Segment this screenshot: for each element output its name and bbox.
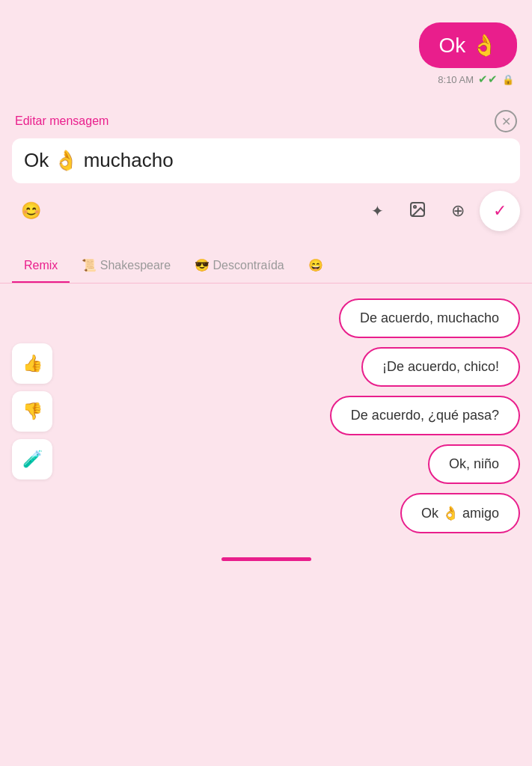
suggestion-text-4: Ok, niño — [449, 456, 499, 471]
edit-panel: Editar mensagem ✕ Ok 👌 muchacho 😊 ✦ — [0, 101, 532, 239]
thumbup-button[interactable]: 👍 — [12, 343, 52, 384]
remix-panel: Remix 📜 Shakespeare 😎 Descontraída 😄 👍 👎… — [0, 243, 532, 617]
tab-descontraida[interactable]: 😎 Descontraída — [183, 251, 296, 284]
bottom-bar — [0, 548, 532, 570]
tab-remix[interactable]: Remix — [12, 251, 70, 284]
lab-button[interactable]: 🧪 — [12, 439, 52, 479]
thumbup-icon: 👍 — [22, 354, 43, 373]
tab-shakespeare[interactable]: 📜 Shakespeare — [70, 251, 183, 284]
confirm-button[interactable]: ✓ — [480, 191, 520, 231]
suggestion-chip-5[interactable]: Ok 👌 amigo — [400, 493, 520, 533]
message-meta: 8:10 AM ✔✔ 🔒 — [438, 73, 514, 86]
emoji-icon: 😊 — [21, 201, 41, 221]
sparkle-icon: ✦ — [371, 202, 384, 220]
suggestions-area: 👍 👎 🧪 De acuerdo, muchacho ¡De acuerdo, … — [0, 284, 532, 548]
lock-icon: 🔒 — [502, 74, 514, 85]
suggestion-chip-2[interactable]: ¡De acuerdo, chico! — [361, 347, 520, 387]
thumbdown-button[interactable]: 👎 — [12, 391, 52, 432]
edit-input-container: Ok 👌 muchacho — [12, 138, 520, 183]
tab-remix-label: Remix — [24, 259, 58, 272]
read-receipt-icon: ✔✔ — [478, 73, 498, 86]
suggestion-chip-1[interactable]: De acuerdo, muchacho — [339, 298, 520, 338]
suggestions-list: De acuerdo, muchacho ¡De acuerdo, chico!… — [60, 298, 520, 533]
side-actions: 👍 👎 🧪 — [12, 343, 52, 533]
sent-message-text: Ok 👌 — [438, 34, 498, 57]
chat-area: Ok 👌 8:10 AM ✔✔ 🔒 — [0, 0, 532, 94]
add-button[interactable]: ⊕ — [439, 192, 477, 230]
emoji-button[interactable]: 😊 — [12, 192, 49, 230]
add-icon: ⊕ — [451, 201, 465, 221]
tabs-bar: Remix 📜 Shakespeare 😎 Descontraída 😄 — [0, 243, 532, 284]
svg-point-1 — [414, 206, 416, 208]
sparkle-button[interactable]: ✦ — [358, 192, 396, 230]
edit-label: Editar mensagem — [15, 114, 108, 128]
tab-more[interactable]: 😄 — [296, 251, 335, 284]
bottom-indicator — [221, 557, 311, 561]
thumbdown-icon: 👎 — [22, 402, 43, 421]
toolbar-right: ✦ ⊕ ✓ — [358, 191, 520, 231]
tab-more-label: 😄 — [308, 259, 323, 272]
suggestion-text-5: Ok 👌 amigo — [421, 506, 499, 521]
edit-input-text[interactable]: Ok 👌 muchacho — [24, 149, 174, 171]
suggestion-text-2: ¡De acuerdo, chico! — [382, 359, 499, 374]
suggestion-chip-4[interactable]: Ok, niño — [428, 444, 520, 484]
tab-descontraida-label: 😎 Descontraída — [195, 259, 284, 272]
image-button[interactable] — [399, 192, 436, 230]
close-edit-button[interactable]: ✕ — [495, 110, 517, 132]
sent-message-bubble: Ok 👌 — [419, 22, 517, 68]
image-icon — [409, 200, 426, 222]
suggestion-text-1: De acuerdo, muchacho — [360, 310, 499, 325]
close-icon: ✕ — [501, 114, 511, 129]
suggestion-text-3: De acuerdo, ¿qué pasa? — [351, 408, 499, 423]
message-time: 8:10 AM — [438, 74, 474, 85]
tab-shakespeare-label: 📜 Shakespeare — [82, 259, 171, 272]
suggestion-chip-3[interactable]: De acuerdo, ¿qué pasa? — [330, 396, 520, 435]
edit-toolbar: 😊 ✦ ⊕ ✓ — [0, 183, 532, 239]
lab-icon: 🧪 — [22, 450, 43, 469]
edit-header: Editar mensagem ✕ — [0, 101, 532, 138]
checkmark-icon: ✓ — [493, 201, 507, 221]
